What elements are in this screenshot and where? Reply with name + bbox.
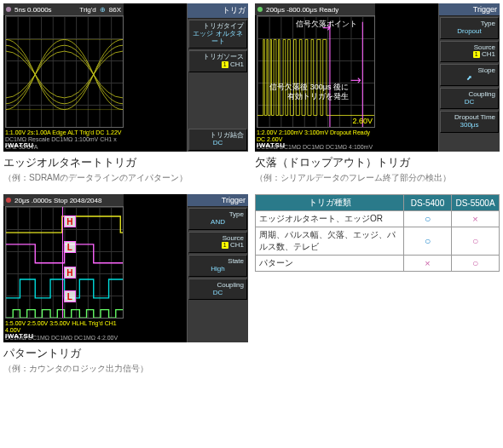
trigger-vline — [62, 207, 63, 318]
menu-trigger-type[interactable]: トリガタイプエッジ オルタネート — [188, 20, 247, 49]
anno-trigger-after: 信号欠落後 300μs 後に有効トリガを発生 — [269, 83, 349, 101]
table-header-row: トリガ種類 DS-5400 DS-5500A — [256, 195, 500, 211]
menu-source[interactable]: Source1 CH1 — [440, 41, 499, 63]
table-row: 周期、パルス幅、欠落、エッジ、パルス数、テレビ ○ ○ — [256, 227, 500, 256]
brand-label: IWATSU — [5, 332, 34, 341]
mark-x-icon: × — [425, 258, 430, 268]
menu-dropout-time[interactable]: Dropout Time300μs — [440, 111, 499, 133]
caption2-title: 欠落（ドロップアウト）トリガ — [255, 155, 500, 170]
menu-slope[interactable]: Slope⬈ — [440, 64, 499, 86]
menu-coupling[interactable]: CouplingDC — [440, 88, 499, 110]
slope-rising-icon: ⬈ — [443, 75, 495, 83]
scope3-statusbar: 1:5.00V 2:5.00V 3:5.00V HLHL Trig'd CH1 … — [3, 319, 124, 342]
scope3-topbar: 20μs .0000s Stop 2048/2048 — [3, 194, 124, 206]
scope-dropout: 200μs -800.00μs Ready — [255, 3, 500, 152]
state-h1: H — [64, 215, 76, 227]
scope1-menu: トリガ トリガタイプエッジ オルタネート トリガソース1 CH1 トリガ結合DC — [187, 3, 248, 152]
menu-type[interactable]: TypeAND — [188, 208, 247, 230]
state-l1: L — [64, 241, 76, 253]
scope2-topbar: 200μs -800.00μs Ready — [255, 3, 375, 15]
mark-circle-icon: ○ — [472, 235, 478, 247]
menu-coupling[interactable]: CouplingDC — [188, 279, 247, 301]
trigger-compare-table: トリガ種類 DS-5400 DS-5500A エッジオルタネート、エッジOR ○… — [255, 194, 500, 272]
eye-pattern-wave — [6, 16, 123, 128]
caption-3: パターントリガ （例：カウンタのロジック出力信号） — [3, 346, 248, 375]
menu-title: トリガ — [188, 3, 248, 19]
scope1-topbar: 5ns 0.0000s Trig'd ⊕ 86X — [3, 3, 124, 15]
zoom-icon: ⊕ — [100, 6, 106, 14]
scope-pattern: 20μs .0000s Stop 2048/2048 — [3, 194, 248, 342]
scope1-statusbar: 1:1.00V 2s:1.00A Edge ALT Trig'd DC 1.22… — [3, 128, 124, 152]
menu-state[interactable]: StateHigh — [188, 255, 247, 277]
ch1-badge: 1 — [222, 242, 228, 249]
scope1-timediv: 5ns 0.0000s — [14, 6, 52, 14]
scope2-grid: 信号欠落ポイント 信号欠落後 300μs 後に有効トリガを発生 2.60V — [257, 15, 375, 128]
th-type: トリガ種類 — [256, 195, 404, 211]
menu-trigger-coupling[interactable]: トリガ結合DC — [188, 129, 247, 151]
anno-dropout-point: 信号欠落ポイント — [296, 19, 357, 30]
menu-trigger-source[interactable]: トリガソース1 CH1 — [188, 50, 247, 72]
ch1-badge: 1 — [473, 51, 480, 58]
scope2-statusbar: 1:2.00V 2:100mV 3:100mV Dropout Ready DC… — [255, 128, 375, 152]
menu-title: Trigger — [188, 194, 248, 207]
menu-source[interactable]: Source1 CH1 — [188, 232, 247, 254]
caption1-sub: （例：SDRAMのデータラインのアイパターン） — [3, 172, 248, 184]
scope2-menu: Trigger TypeDropout Source1 CH1 Slope⬈ C… — [438, 3, 500, 152]
ch1-badge: 1 — [222, 61, 228, 68]
mark-circle-icon: ○ — [425, 213, 431, 225]
caption-1: エッジオルタネートトリガ （例：SDRAMのデータラインのアイパターン） — [3, 155, 248, 184]
mark-circle-icon: ○ — [472, 257, 478, 269]
brand-label: IWATSU — [257, 141, 286, 150]
caption2-sub: （例：シリアルデータのフレーム終了部分の検出） — [255, 172, 500, 184]
menu-type[interactable]: TypeDropout — [440, 17, 499, 39]
scope-edge-alt: 5ns 0.0000s Trig'd ⊕ 86X — [3, 3, 248, 152]
th-ds5500a: DS-5500A — [452, 195, 500, 211]
table-row: パターン × ○ — [256, 256, 500, 272]
menu-title: Trigger — [439, 3, 500, 16]
dropout-burst-wave — [257, 16, 374, 128]
brand-label: IWATSU — [5, 141, 34, 150]
caption1-title: エッジオルタネートトリガ — [3, 155, 248, 170]
mark-x-icon: × — [472, 214, 477, 224]
caption-2: 欠落（ドロップアウト）トリガ （例：シリアルデータのフレーム終了部分の検出） — [255, 155, 500, 184]
state-h2: H — [64, 267, 76, 279]
scope3-menu: Trigger TypeAND Source1 CH1 StateHigh Co… — [187, 194, 248, 342]
caption3-title: パターントリガ — [3, 346, 248, 361]
table-row: エッジオルタネート、エッジOR ○ × — [256, 211, 500, 227]
state-l2: L — [64, 290, 76, 302]
scope3-grid: H L H L — [5, 206, 124, 319]
th-ds5400: DS-5400 — [404, 195, 452, 211]
caption3-sub: （例：カウンタのロジック出力信号） — [3, 363, 248, 375]
meas-label: 2.60V — [352, 117, 373, 125]
mark-circle-icon: ○ — [425, 235, 431, 247]
scope1-grid — [5, 15, 124, 128]
